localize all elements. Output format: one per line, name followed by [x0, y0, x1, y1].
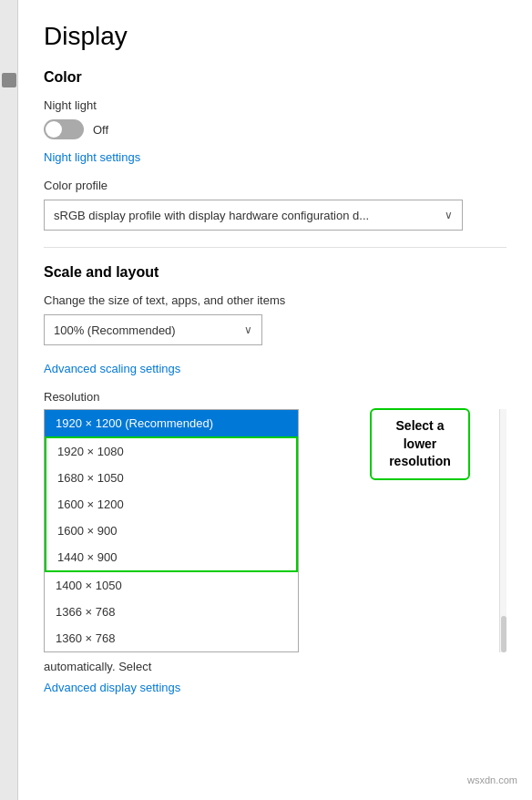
- resolution-label: Resolution: [44, 390, 506, 404]
- night-light-row: Off: [44, 119, 506, 139]
- resolution-highlighted-group: 1920 × 10801680 × 10501600 × 12001600 × …: [45, 436, 298, 572]
- night-light-toggle[interactable]: [44, 119, 84, 139]
- bottom-text: automatically. Select: [44, 660, 506, 673]
- night-light-label: Night light: [44, 98, 506, 112]
- watermark: wsxdn.com: [467, 774, 517, 785]
- night-light-state: Off: [93, 123, 108, 137]
- resolution-item-7[interactable]: 1366 × 768: [45, 599, 298, 625]
- color-profile-value: sRGB display profile with display hardwa…: [54, 209, 369, 222]
- resolution-dropdown-list: 1920 × 1200 (Recommended)1920 × 10801680…: [44, 409, 299, 652]
- resolution-section: Resolution 1920 × 1200 (Recommended)1920…: [44, 390, 506, 709]
- scale-arrow: ∨: [244, 323, 252, 336]
- sidebar: [0, 0, 18, 800]
- scale-dropdown[interactable]: 100% (Recommended) ∨: [44, 314, 262, 345]
- color-profile-dropdown[interactable]: sRGB display profile with display hardwa…: [44, 200, 463, 231]
- scale-value: 100% (Recommended): [54, 323, 176, 337]
- resolution-item-8[interactable]: 1360 × 768: [45, 625, 298, 651]
- advanced-display-link[interactable]: Advanced display settings: [44, 681, 180, 694]
- scale-section-title: Scale and layout: [44, 264, 506, 281]
- resolution-item-0[interactable]: 1920 × 1200 (Recommended): [45, 410, 298, 436]
- resolution-item-2[interactable]: 1680 × 1050: [46, 465, 296, 491]
- color-profile-label: Color profile: [44, 179, 506, 192]
- color-profile-arrow: ∨: [445, 209, 453, 221]
- scrollbar-thumb[interactable]: [501, 616, 506, 652]
- divider-1: [44, 247, 506, 248]
- night-light-settings-link[interactable]: Night light settings: [44, 150, 140, 164]
- main-content: Display Color Night light Off Night ligh…: [18, 0, 532, 800]
- resolution-item-5[interactable]: 1440 × 900: [46, 544, 296, 570]
- color-section-title: Color: [44, 69, 506, 86]
- advanced-scaling-link[interactable]: Advanced scaling settings: [44, 362, 180, 375]
- sidebar-icon: [2, 73, 16, 87]
- resolution-item-6[interactable]: 1400 × 1050: [45, 572, 298, 599]
- scale-label: Change the size of text, apps, and other…: [44, 293, 506, 307]
- page-title: Display: [44, 22, 506, 51]
- resolution-item-1[interactable]: 1920 × 1080: [46, 438, 296, 465]
- resolution-item-3[interactable]: 1600 × 1200: [46, 491, 296, 518]
- resolution-item-4[interactable]: 1600 × 900: [46, 518, 296, 544]
- toggle-knob: [46, 121, 62, 138]
- annotation-box: Select a lower resolution: [370, 408, 470, 480]
- scrollbar-track[interactable]: [499, 409, 506, 652]
- annotation-text: Select a lower resolution: [389, 418, 451, 468]
